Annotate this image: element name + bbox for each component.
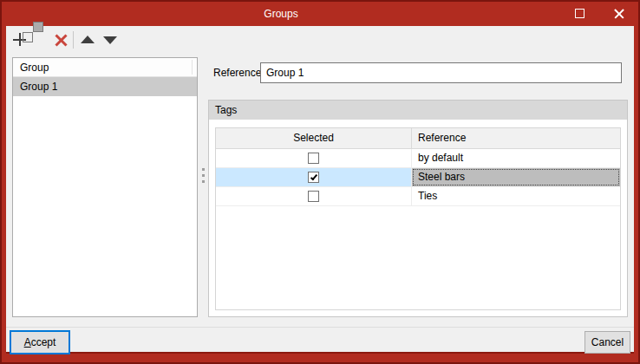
groups-dialog: Groups [0, 0, 640, 364]
tags-table: Selected Reference by defaultSteel barsT… [215, 127, 621, 310]
client-area: Group Group 1 Reference Tags Selected Re… [6, 26, 634, 354]
group-list-body: Group 1 [13, 77, 197, 96]
accept-button[interactable]: Accept [10, 330, 70, 354]
checkbox[interactable] [308, 172, 319, 183]
group-list-header: Group [13, 58, 197, 77]
reference-cell[interactable]: Steel bars [412, 168, 620, 186]
column-header-selected[interactable]: Selected [216, 128, 412, 148]
move-up-button[interactable] [81, 32, 98, 48]
duplicate-button[interactable] [33, 32, 50, 48]
selected-cell[interactable] [216, 149, 412, 167]
accept-label-rest: ccept [31, 336, 56, 348]
toolbar [6, 26, 634, 52]
reference-input[interactable] [260, 62, 622, 83]
close-button[interactable] [599, 2, 638, 26]
reference-label: Reference [213, 62, 261, 83]
tags-group: Tags Selected Reference by defaultSteel … [208, 100, 628, 317]
tags-table-header: Selected Reference [216, 128, 620, 149]
table-row[interactable]: Ties [216, 187, 620, 206]
close-icon [613, 13, 625, 14]
checkmark-icon [310, 172, 317, 180]
footer-separator [6, 327, 634, 328]
splitter-handle[interactable] [199, 165, 207, 203]
list-item[interactable]: Group 1 [13, 77, 197, 96]
column-header-reference[interactable]: Reference [412, 128, 620, 148]
tags-title: Tags [209, 101, 627, 120]
move-down-button[interactable] [103, 32, 121, 48]
checkbox[interactable] [308, 153, 319, 164]
titlebar: Groups [2, 2, 638, 26]
cancel-button[interactable]: Cancel [584, 331, 630, 354]
table-row[interactable]: Steel bars [216, 168, 620, 187]
maximize-button[interactable] [560, 2, 599, 26]
selected-cell[interactable] [216, 187, 412, 205]
maximize-icon [575, 9, 584, 18]
window-title: Groups [2, 2, 560, 26]
group-list: Group Group 1 [12, 57, 198, 317]
accept-mnemonic: A [24, 336, 31, 348]
reference-cell[interactable]: by default [412, 149, 620, 167]
triangle-up-icon [81, 36, 95, 43]
toolbar-separator [73, 31, 74, 49]
tags-table-body: by defaultSteel barsTies [216, 149, 620, 206]
delete-button[interactable] [53, 32, 70, 48]
table-row[interactable]: by default [216, 149, 620, 168]
triangle-down-icon [103, 36, 117, 44]
checkbox[interactable] [308, 191, 319, 202]
selected-cell[interactable] [216, 168, 412, 186]
reference-cell[interactable]: Ties [412, 187, 620, 205]
